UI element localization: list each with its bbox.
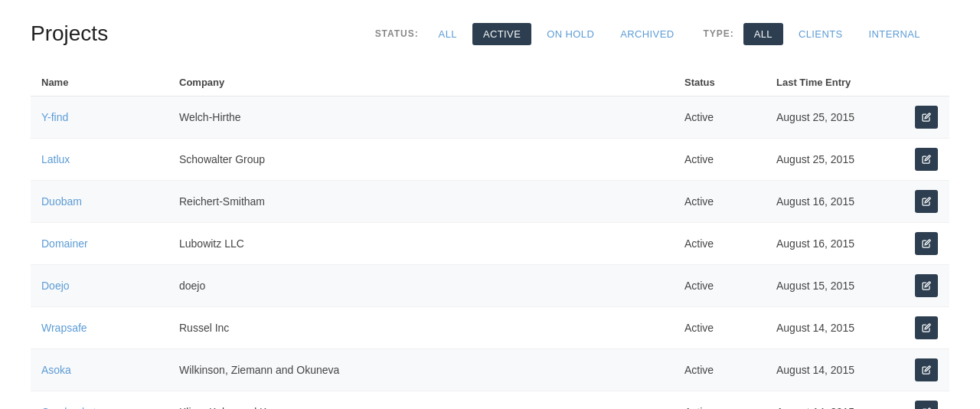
project-last-time-entry: August 14, 2015 xyxy=(766,349,903,391)
status-filter-active[interactable]: ACTIVE xyxy=(472,23,531,45)
project-company: Kling, Kulas and Kunze xyxy=(168,391,674,410)
project-last-time-entry: August 25, 2015 xyxy=(766,139,903,181)
project-last-time-entry: August 25, 2015 xyxy=(766,97,903,139)
table-row: DomainerLubowitz LLCActiveAugust 16, 201… xyxy=(31,223,949,265)
projects-table: Name Company Status Last Time Entry Y-fi… xyxy=(31,69,949,409)
project-company: Wilkinson, Ziemann and Okuneva xyxy=(168,349,674,391)
project-status: Active xyxy=(674,307,766,349)
project-action-cell xyxy=(903,349,949,391)
project-last-time-entry: August 16, 2015 xyxy=(766,223,903,265)
project-action-cell xyxy=(903,223,949,265)
project-status: Active xyxy=(674,349,766,391)
col-header-last-time-entry: Last Time Entry xyxy=(766,69,903,97)
edit-project-button[interactable] xyxy=(915,148,938,171)
table-row: DoejodoejoActiveAugust 15, 2015 xyxy=(31,265,949,307)
col-header-name: Name xyxy=(31,69,168,97)
project-company: doejo xyxy=(168,265,674,307)
project-action-cell xyxy=(903,265,949,307)
edit-project-button[interactable] xyxy=(915,274,938,297)
page-title: Projects xyxy=(31,21,108,46)
page-container: Projects STATUS: ALL ACTIVE ON HOLD ARCH… xyxy=(0,0,980,409)
type-filter-group: TYPE: ALL CLIENTS INTERNAL xyxy=(703,23,931,45)
type-filter-all[interactable]: ALL xyxy=(743,23,783,45)
table-row: AsokaWilkinson, Ziemann and OkunevaActiv… xyxy=(31,349,949,391)
table-row: Y-findWelch-HirtheActiveAugust 25, 2015 xyxy=(31,97,949,139)
project-status: Active xyxy=(674,265,766,307)
project-company: Welch-Hirthe xyxy=(168,97,674,139)
project-name-link[interactable]: Wrapsafe xyxy=(41,322,87,334)
project-last-time-entry: August 14, 2015 xyxy=(766,391,903,410)
col-header-company: Company xyxy=(168,69,674,97)
project-last-time-entry: August 14, 2015 xyxy=(766,307,903,349)
status-filter-on-hold[interactable]: ON HOLD xyxy=(536,23,605,45)
project-name-link[interactable]: Latlux xyxy=(41,153,70,165)
project-name-link[interactable]: Asoka xyxy=(41,364,71,376)
type-filter-clients[interactable]: CLIENTS xyxy=(788,23,854,45)
edit-project-button[interactable] xyxy=(915,106,938,129)
project-status: Active xyxy=(674,223,766,265)
project-name-link[interactable]: Duobam xyxy=(41,195,82,208)
table-row: GembucketKling, Kulas and KunzeActiveAug… xyxy=(31,391,949,410)
status-filter-all[interactable]: ALL xyxy=(428,23,468,45)
project-name-link[interactable]: Doejo xyxy=(41,280,70,292)
table-row: WrapsafeRussel IncActiveAugust 14, 2015 xyxy=(31,307,949,349)
project-company: Schowalter Group xyxy=(168,139,674,181)
project-name-link[interactable]: Y-find xyxy=(41,111,68,123)
project-action-cell xyxy=(903,391,949,410)
project-status: Active xyxy=(674,391,766,410)
header-row: Projects STATUS: ALL ACTIVE ON HOLD ARCH… xyxy=(31,21,949,46)
table-row: LatluxSchowalter GroupActiveAugust 25, 2… xyxy=(31,139,949,181)
edit-project-button[interactable] xyxy=(915,358,938,381)
edit-project-button[interactable] xyxy=(915,232,938,255)
project-company: Reichert-Smitham xyxy=(168,181,674,223)
status-filter-archived[interactable]: ARCHIVED xyxy=(609,23,684,45)
project-status: Active xyxy=(674,181,766,223)
project-action-cell xyxy=(903,139,949,181)
filters-bar: STATUS: ALL ACTIVE ON HOLD ARCHIVED TYPE… xyxy=(375,23,949,45)
type-filter-label: TYPE: xyxy=(703,28,733,39)
project-action-cell xyxy=(903,97,949,139)
status-filter-label: STATUS: xyxy=(375,28,419,39)
edit-project-button[interactable] xyxy=(915,190,938,213)
type-filter-internal[interactable]: INTERNAL xyxy=(858,23,931,45)
project-company: Russel Inc xyxy=(168,307,674,349)
status-filter-group: STATUS: ALL ACTIVE ON HOLD ARCHIVED xyxy=(375,23,685,45)
table-row: DuobamReichert-SmithamActiveAugust 16, 2… xyxy=(31,181,949,223)
table-header-row: Name Company Status Last Time Entry xyxy=(31,69,949,97)
project-action-cell xyxy=(903,181,949,223)
project-company: Lubowitz LLC xyxy=(168,223,674,265)
project-name-link[interactable]: Gembucket xyxy=(41,406,96,409)
project-status: Active xyxy=(674,97,766,139)
project-action-cell xyxy=(903,307,949,349)
col-header-action xyxy=(903,69,949,97)
project-status: Active xyxy=(674,139,766,181)
col-header-status: Status xyxy=(674,69,766,97)
project-last-time-entry: August 16, 2015 xyxy=(766,181,903,223)
project-last-time-entry: August 15, 2015 xyxy=(766,265,903,307)
edit-project-button[interactable] xyxy=(915,316,938,339)
edit-project-button[interactable] xyxy=(915,401,938,409)
project-name-link[interactable]: Domainer xyxy=(41,237,88,250)
